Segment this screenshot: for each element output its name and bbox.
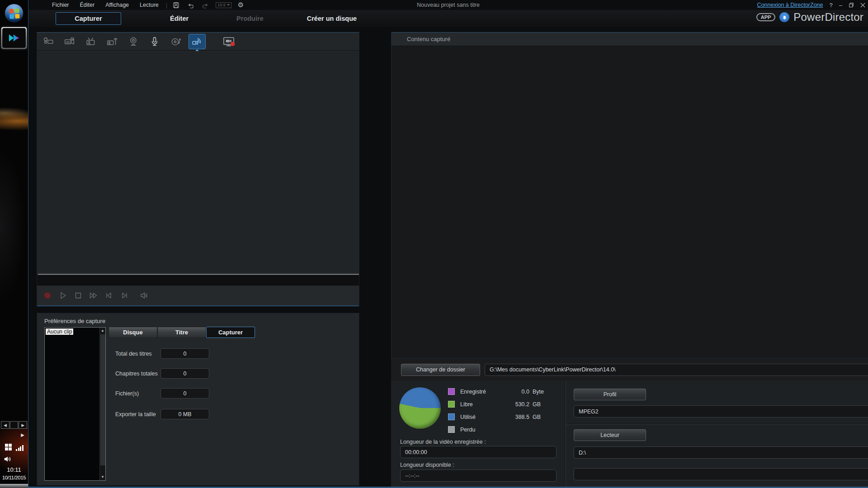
powerdirector-taskbar-button[interactable] [1, 27, 27, 49]
chevron-down-icon [227, 4, 230, 6]
legend-swatch-enregistre [448, 388, 455, 395]
files-value: 0 [160, 388, 209, 399]
legend-swatch-libre [448, 401, 455, 408]
scroll-up-icon[interactable]: ▲ [100, 328, 105, 334]
scrollbar-thumb[interactable] [100, 334, 105, 465]
tab-capturer-pref[interactable]: Capturer [206, 327, 255, 338]
restore-button[interactable] [849, 2, 854, 8]
drive-value-field[interactable]: D:\ [574, 446, 868, 459]
taskbar-scroll-box[interactable] [10, 421, 19, 429]
taskbar-scroll-right-button[interactable]: ▶ [19, 421, 27, 429]
close-button[interactable] [860, 3, 865, 8]
scroll-down-icon[interactable]: ▼ [100, 474, 105, 480]
dv-camcorder-icon[interactable] [40, 34, 57, 49]
menu-affichage[interactable]: Affichage [100, 1, 134, 9]
tray-clock-time[interactable]: 10:11 [0, 466, 28, 473]
legend-label: Libre [460, 401, 508, 408]
record-button[interactable] [42, 290, 53, 301]
settings-gear-button[interactable]: ⚙ [238, 1, 244, 9]
hdv-camcorder-icon[interactable]: HD [61, 34, 78, 49]
screen-capture-icon[interactable] [220, 34, 237, 49]
play-button[interactable] [57, 290, 69, 301]
capture-preview-area [37, 51, 359, 272]
fast-forward-button[interactable] [88, 290, 99, 301]
preferences-title: Préférences de capture [44, 318, 105, 324]
divider [566, 424, 868, 425]
recorded-length-value: 00:00:00 [400, 446, 557, 458]
tray-overflow-button[interactable]: ▶ [0, 432, 28, 439]
minimize-button[interactable]: – [839, 2, 842, 9]
powerdirector-logo: PowerDirector [793, 11, 863, 23]
menu-lecture[interactable]: Lecture [134, 1, 164, 9]
aspect-ratio-dropdown[interactable]: 16:9 [216, 2, 231, 8]
action-center-icon[interactable] [5, 443, 12, 451]
tab-produire[interactable]: Produire [228, 13, 272, 24]
legend-unit: GB [529, 401, 547, 408]
captured-content-panel: Contenu capturé ▲ ▼ [391, 32, 868, 358]
redo-button[interactable] [202, 2, 209, 9]
disk-usage-pie-chart [399, 387, 441, 429]
volume-icon[interactable] [0, 455, 28, 463]
tab-capturer[interactable]: Capturer [56, 12, 121, 25]
digital-tv-icon[interactable] [104, 34, 121, 49]
tab-titre[interactable]: Titre [157, 327, 206, 338]
total-titles-label: Total des titres [115, 351, 160, 357]
app-badge[interactable]: APP [756, 13, 776, 21]
legend-value: 388.5 [508, 414, 529, 420]
tray-clock-date[interactable]: 10/11/2015 [0, 475, 28, 480]
show-desktop-button[interactable] [0, 484, 28, 488]
lecteur-button[interactable]: Lecteur [574, 429, 646, 441]
windows-start-button[interactable] [5, 4, 24, 23]
webcam-icon[interactable] [125, 34, 142, 49]
system-tray: ◀ ▶ ▶ 10:11 [0, 421, 28, 488]
files-label: Fichier(s) [115, 390, 160, 397]
microphone-icon[interactable] [146, 34, 163, 49]
total-chapters-label: Chapitres totales [115, 371, 160, 377]
toolbar-separator: | [166, 2, 167, 9]
titlebar: Fichier Éditer Affichage Lecture | [28, 0, 868, 10]
legend-value: 530.2 [508, 401, 529, 408]
powerdirector-app-icon [7, 32, 21, 44]
legend-label: Perdu [460, 427, 508, 433]
os-taskbar: ◀ ▶ ▶ 10:11 [0, 0, 28, 488]
mute-button[interactable] [138, 290, 150, 301]
stop-button[interactable] [72, 290, 84, 301]
capture-seek-slider[interactable] [38, 274, 359, 275]
undo-button[interactable] [187, 2, 194, 9]
next-frame-button[interactable] [118, 290, 130, 301]
legend-value: 0.0 [508, 389, 529, 395]
help-button[interactable]: ? [830, 2, 833, 9]
change-folder-button[interactable]: Changer de dossier [401, 364, 480, 376]
taskbar-scroll-left-button[interactable]: ◀ [1, 421, 9, 429]
extra-field[interactable] [574, 468, 868, 480]
tab-creer-un-disque[interactable]: Créer un disque [299, 13, 365, 24]
streaming-device-icon[interactable] [189, 34, 206, 49]
powerdirector-window: Fichier Éditer Affichage Lecture | [28, 0, 868, 488]
profil-button[interactable]: Profil [574, 389, 646, 400]
notification-bell-button[interactable] [779, 12, 789, 22]
capture-folder-path[interactable]: G:\Mes documents\CyberLink\PowerDirector… [485, 364, 868, 376]
tab-disque[interactable]: Disque [108, 327, 157, 338]
save-button[interactable] [173, 2, 179, 9]
menu-fichier[interactable]: Fichier [47, 1, 75, 9]
tab-editer[interactable]: Éditer [162, 13, 197, 24]
disc-icon[interactable] [167, 34, 184, 49]
clip-list[interactable]: Aucun clip ▲ ▼ [44, 327, 106, 481]
tv-signal-icon[interactable] [82, 34, 99, 49]
directorzone-link[interactable]: Connexion à DirectorZone [757, 2, 823, 8]
available-length-label: Longueur disponible : [400, 462, 454, 468]
legend-unit: Byte [529, 389, 547, 395]
capture-info-area: Enregistré 0.0 Byte Libre 530.2 GB Utili… [391, 381, 868, 487]
clip-list-item[interactable]: Aucun clip [46, 328, 73, 335]
brand-area: APP PowerDirector [756, 11, 863, 23]
screen: ◀ ▶ ▶ 10:11 [0, 0, 868, 488]
preferences-tabs: Disque Titre Capturer [108, 327, 255, 338]
clip-list-scrollbar[interactable]: ▲ ▼ [99, 328, 105, 480]
previous-frame-button[interactable] [103, 290, 115, 301]
profile-value-field[interactable]: MPEG2 [574, 405, 868, 418]
total-chapters-value: 0 [160, 368, 209, 379]
menu-editer[interactable]: Éditer [75, 1, 100, 9]
network-signal-icon[interactable] [16, 445, 24, 451]
svg-text:HD: HD [66, 41, 70, 43]
capture-preferences-panel: Préférences de capture Aucun clip ▲ ▼ Di… [37, 313, 359, 486]
